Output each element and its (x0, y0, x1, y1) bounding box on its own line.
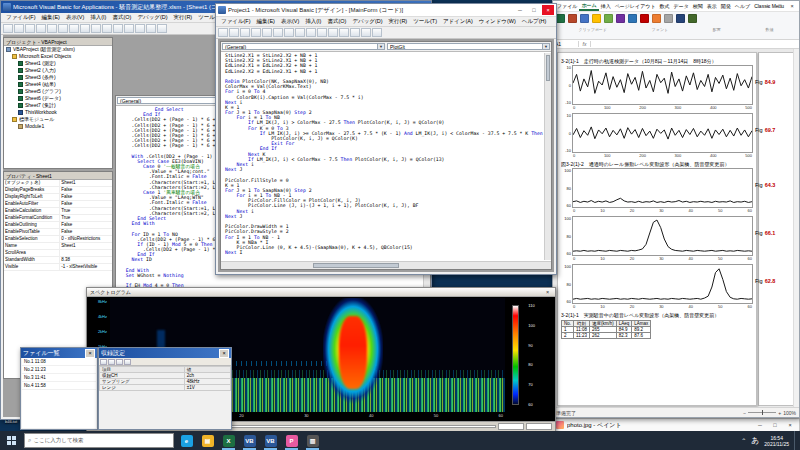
menu-item[interactable]: ファイル(F) (218, 17, 254, 26)
panel-a-titlebar[interactable]: ファイル一覧 × (21, 348, 97, 358)
taskbar-app-vb[interactable]: VB (239, 431, 260, 450)
toolbar-icon[interactable] (328, 28, 338, 37)
minimize-button[interactable]: ─ (762, 1, 774, 11)
toolbar-icon[interactable] (229, 28, 239, 37)
menu-item[interactable]: 挿入(I) (87, 13, 109, 22)
list-item[interactable]: No.3 11:41 (22, 374, 96, 382)
paint-window-titlebar[interactable]: photo.jpg - ペイント ─ □ × (552, 418, 800, 432)
worksheet-area[interactable]: 3-2(1)-1 走行時の軌道検測データ（10月8日～11月14日 8時18分）… (553, 49, 799, 407)
toolbar-icon[interactable] (25, 24, 35, 33)
tree-item[interactable]: Sheet5 (グラフ) (4, 88, 112, 95)
zoom-in-button[interactable]: + (778, 410, 781, 416)
tree-item[interactable]: ThisWorkbook (4, 109, 112, 116)
zoom-control[interactable]: − + 100% (743, 410, 796, 416)
ribbon-icon[interactable] (604, 14, 613, 23)
toolbar-icon[interactable] (108, 359, 115, 365)
close-button[interactable]: × (543, 289, 552, 296)
toolbar-icon[interactable] (284, 28, 294, 37)
menu-item[interactable]: 編集(E) (254, 17, 278, 26)
scrollbar-thumb[interactable] (313, 263, 399, 268)
maximize-button[interactable]: □ (528, 5, 540, 15)
minimize-button[interactable]: ─ (514, 5, 526, 15)
toolbar-icon[interactable] (36, 24, 46, 33)
close-button[interactable]: × (219, 349, 229, 358)
value-box[interactable] (526, 423, 552, 430)
menu-item[interactable]: 表示(V) (63, 13, 87, 22)
taskbar-app-excel[interactable]: X (218, 431, 239, 450)
list-item[interactable]: No.1 11:08 (22, 358, 96, 366)
start-button[interactable] (0, 431, 22, 450)
toolbar-icon[interactable] (295, 28, 305, 37)
procedure-dropdown[interactable]: PlotGlt▼ (387, 43, 550, 50)
ime-indicator[interactable]: あ (751, 435, 759, 446)
sheet-vertical-scrollbar[interactable] (793, 49, 799, 407)
toolbar-icon[interactable] (262, 28, 272, 37)
ribbon-tab[interactable]: ヘルプ (733, 2, 752, 10)
ribbon-tab[interactable]: 開発 (719, 2, 733, 10)
menu-item[interactable]: デバッグ(D) (134, 13, 170, 22)
tray-expand-icon[interactable]: ⌃ (741, 437, 746, 444)
taskbar-app-vb2[interactable]: VB (260, 431, 281, 450)
list-item[interactable]: No.2 11:23 (22, 366, 96, 374)
panel-b-titlebar[interactable]: 収録設定 × (99, 348, 231, 358)
toolbar-icon[interactable] (251, 28, 261, 37)
toolbar-icon[interactable] (116, 359, 123, 365)
object-dropdown[interactable]: (General)▼ (222, 43, 385, 50)
toolbar-icon[interactable] (3, 24, 13, 33)
toolbar-icon[interactable] (14, 24, 24, 33)
menu-item[interactable]: ファイル(F) (3, 13, 39, 22)
tree-item[interactable]: Sheet7 (集計) (4, 102, 112, 109)
ribbon-tab[interactable]: ホーム (579, 1, 598, 11)
ribbon-icon[interactable] (688, 14, 697, 23)
toolbar-icon[interactable] (339, 28, 349, 37)
toolbar-icon[interactable] (100, 359, 107, 365)
tree-item[interactable]: Sheet2 (入力) (4, 67, 112, 74)
project-explorer[interactable]: プロジェクト - VBAProject VBAProject (騒音測定.xls… (3, 37, 113, 169)
tree-item[interactable]: Sheet1 (測定) (4, 60, 112, 67)
menu-item[interactable]: 書式(O) (109, 13, 134, 22)
taskbar-search[interactable]: ⌕ ここに入力して検索 (24, 433, 174, 448)
taskbar-app-paint[interactable]: P (281, 431, 302, 450)
zoom-slider[interactable] (748, 412, 776, 413)
tree-item[interactable]: Module1 (4, 123, 112, 130)
toolbar-icon[interactable] (91, 24, 101, 33)
toolbar-icon[interactable] (350, 28, 360, 37)
menu-item[interactable]: 編集(E) (39, 13, 63, 22)
ribbon-icon[interactable] (580, 14, 589, 23)
ribbon-icon[interactable] (664, 14, 673, 23)
toolbar-icon[interactable] (124, 359, 131, 365)
ribbon-tab[interactable]: データ (672, 2, 691, 10)
tree-item[interactable]: 標準モジュール (4, 116, 112, 123)
list-item[interactable]: No.4 11:58 (22, 382, 96, 390)
menu-item[interactable]: 実行(R) (171, 13, 196, 22)
toolbar-icon[interactable] (273, 28, 283, 37)
toolbar-icon[interactable] (306, 28, 316, 37)
ribbon-icon[interactable] (616, 14, 625, 23)
scrollbar-thumb[interactable] (546, 55, 550, 81)
menu-item[interactable]: 挿入(I) (302, 17, 324, 26)
ribbon-tab[interactable]: ファイル (555, 2, 579, 10)
maximize-button[interactable]: □ (769, 420, 781, 430)
toolbar-icon[interactable] (218, 28, 228, 37)
taskbar-app-explorer[interactable]: ▤ (197, 431, 218, 450)
menu-item[interactable]: ヘルプ(H) (519, 17, 550, 26)
tree-item[interactable]: Sheet3 (条件) (4, 74, 112, 81)
spectrogram-titlebar[interactable]: スペクトログラム × (87, 288, 555, 297)
toolbar-icon[interactable] (135, 24, 145, 33)
tree-item[interactable]: Sheet6 (データ) (4, 95, 112, 102)
taskbar-app-edge[interactable]: e (176, 431, 197, 450)
toolbar-icon[interactable] (361, 28, 371, 37)
menu-item[interactable]: 実行(R) (386, 17, 411, 26)
toolbar-icon[interactable] (58, 24, 68, 33)
value-box[interactable] (498, 423, 524, 430)
horizontal-scrollbar[interactable] (221, 261, 551, 269)
ribbon-icon[interactable] (676, 14, 685, 23)
excel-window[interactable]: ファイルホーム挿入ページレイアウト数式データ校閲表示開発ヘルプClassic M… (552, 0, 800, 418)
toolbar-icon[interactable] (157, 24, 167, 33)
toolbar-icon[interactable] (69, 24, 79, 33)
minimize-button[interactable]: ─ (754, 420, 766, 430)
menu-item[interactable]: ウィンドウ(W) (476, 17, 519, 26)
toolbar-icon[interactable] (47, 24, 57, 33)
menu-item[interactable]: デバッグ(D) (349, 17, 385, 26)
maximize-button[interactable]: □ (774, 1, 786, 11)
